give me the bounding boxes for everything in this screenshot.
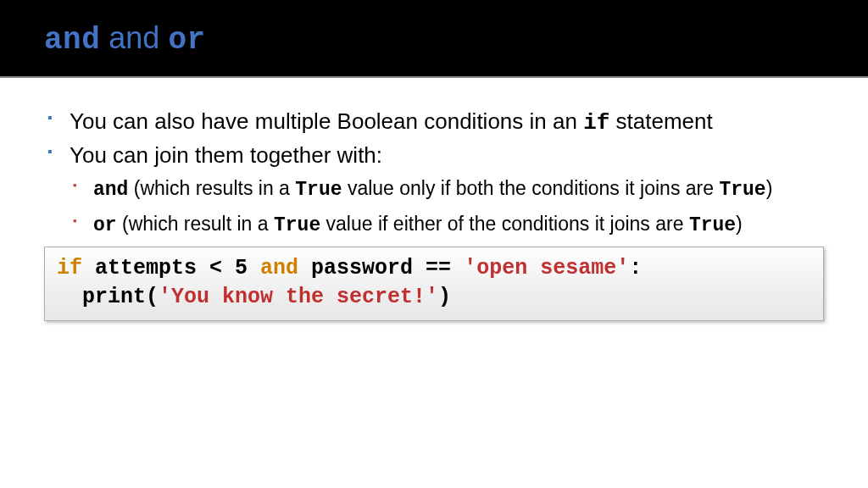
title-code-or: or (168, 23, 205, 58)
sub-and-mid1: (which results in a (128, 177, 295, 199)
code-str2: 'You know the secret!' (159, 285, 438, 309)
slide-body: You can also have multiple Boolean condi… (0, 78, 868, 488)
sub-or-end: ) (736, 213, 743, 235)
sub-or-mid2: value if either of the conditions it joi… (320, 213, 689, 235)
bullet-2: You can join them together with: and (wh… (44, 141, 824, 238)
sub-bullet-and: and (which results in a True value only … (70, 175, 824, 202)
sub-and-kw: and (93, 179, 128, 201)
sub-bullet-or: or (which result in a True value if eith… (70, 211, 824, 238)
sub-or-true1: True (274, 214, 320, 236)
bullet-1: You can also have multiple Boolean condi… (44, 107, 824, 137)
title-code-and: and (44, 23, 100, 58)
code-indent-print: print( (57, 285, 159, 309)
code-seg2: password == (298, 256, 464, 280)
sub-or-kw: or (93, 214, 117, 236)
bullet-list: You can also have multiple Boolean condi… (44, 107, 824, 238)
sub-bullet-list: and (which results in a True value only … (70, 175, 824, 239)
bullet-1-pre: You can also have multiple Boolean condi… (70, 108, 583, 134)
bullet-1-post: statement (609, 108, 712, 134)
sub-or-mid1: (which result in a (117, 213, 274, 235)
title-plain-and: and (100, 20, 168, 55)
bullet-1-code-if: if (583, 110, 609, 136)
sub-and-mid2: value only if both the conditions it joi… (342, 177, 720, 199)
code-str1: 'open sesame' (464, 256, 629, 280)
sub-and-true2: True (719, 179, 765, 201)
code-kw-if: if (57, 256, 82, 280)
code-seg1: attempts < 5 (82, 256, 260, 280)
code-colon: : (629, 256, 642, 280)
code-close: ) (438, 285, 451, 309)
sub-and-true1: True (295, 179, 342, 201)
sub-and-end: ) (766, 177, 773, 199)
slide: and and or You can also have multiple Bo… (0, 0, 868, 488)
slide-title: and and or (44, 20, 824, 58)
sub-or-true2: True (689, 214, 736, 236)
code-kw-and: and (260, 256, 298, 280)
code-example: if attempts < 5 and password == 'open se… (44, 247, 824, 321)
slide-header: and and or (0, 0, 868, 78)
bullet-2-text: You can join them together with: (70, 142, 382, 168)
